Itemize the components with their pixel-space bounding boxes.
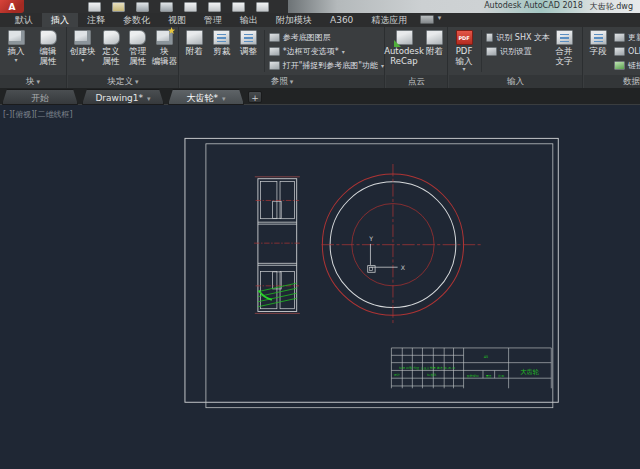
frames-vary-button[interactable]: *边框可变选项* — [267, 45, 384, 57]
autocad-app-logo-icon[interactable]: A — [0, 0, 24, 13]
title-bar: A Autodesk AutoCAD 2018 大齿轮.dwg — [0, 0, 640, 13]
update-fields-icon — [614, 33, 625, 42]
block-editor-button[interactable]: 块 编辑器 — [151, 27, 178, 75]
hatch-lines — [258, 283, 297, 307]
update-fields-button[interactable]: 更新字段 — [612, 31, 640, 43]
recognition-settings-button[interactable]: 识别设置 — [484, 45, 550, 57]
panel-label-block-definition[interactable]: 块定义 — [68, 75, 178, 88]
ribbon-tab-bar: 默认 插入 注释 参数化 视图 管理 输出 附加模块 A360 精选应用 — [0, 13, 640, 27]
file-tab-drawing1[interactable]: Drawing1*▾ — [82, 89, 164, 105]
panel-label-block[interactable]: 块 — [0, 75, 66, 88]
ribbon-tab-annotate[interactable]: 注释 — [78, 13, 114, 27]
qat-new-icon[interactable] — [88, 2, 101, 12]
data-link-icon — [614, 61, 625, 70]
insert-block-button[interactable]: 插入 — [0, 27, 32, 75]
qat-dropdown-icon[interactable] — [256, 2, 269, 12]
attach-point-cloud-button[interactable]: 附着 — [422, 27, 447, 75]
autodesk-recap-button[interactable]: Autodesk ReCap — [386, 27, 422, 75]
ribbon-tab-manage[interactable]: 管理 — [195, 13, 231, 27]
ribbon: 插入 编辑 属性 块 创建块 定义 属性 — [0, 27, 640, 88]
panel-block-definition: 创建块 定义 属性 管理 属性 块 编辑器 块定义 — [68, 27, 179, 88]
section-centerlines — [254, 200, 301, 285]
edit-attribute-button[interactable]: 编辑 属性 — [32, 27, 64, 75]
panel-label-point-cloud[interactable]: 点云 — [386, 75, 447, 88]
titleblock-part-name: 大齿轮 — [520, 368, 539, 376]
create-block-button[interactable]: 创建块 — [68, 27, 98, 75]
qat-redo-icon[interactable] — [232, 2, 245, 12]
gear-section-view[interactable] — [254, 177, 301, 314]
file-tab-gear[interactable]: 大齿轮*▾ — [168, 89, 244, 105]
app-title-text: Autodesk AutoCAD 2018 — [484, 1, 583, 12]
titleblock-scale-label: 比例 — [498, 374, 504, 378]
qat-undo-icon[interactable] — [208, 2, 221, 12]
panel-label-data[interactable]: 数据 — [584, 75, 640, 88]
define-attributes-icon — [103, 30, 120, 45]
insert-block-icon — [8, 30, 25, 45]
manage-attributes-icon — [129, 30, 146, 45]
ribbon-tab-default[interactable]: 默认 — [6, 13, 42, 27]
drawing-frame — [185, 138, 558, 407]
attach-point-cloud-icon — [426, 30, 443, 45]
ucs-y-label: Y — [368, 235, 373, 242]
snap-to-underlays-button[interactable]: 打开"捕捉到参考底图"功能 — [267, 59, 384, 71]
tab-dropdown-icon[interactable]: ▾ — [147, 95, 151, 103]
adjust-button[interactable]: 调整 — [235, 27, 262, 75]
attach-button[interactable]: 附着 — [180, 27, 209, 75]
titleblock-material: 45 — [484, 355, 488, 359]
panel-block: 插入 编辑 属性 块 — [0, 27, 67, 88]
ole-button[interactable]: OLE — [612, 45, 640, 57]
titleblock-design-label: 设计 — [394, 373, 401, 377]
qat-open-icon[interactable] — [112, 2, 125, 12]
combine-text-icon — [556, 30, 573, 45]
qat-plot-icon[interactable] — [184, 2, 197, 12]
qat-saveas-icon[interactable] — [160, 2, 173, 12]
panel-reference: 附着 剪裁 调整 参考底图图层 — [180, 27, 385, 88]
combine-text-button[interactable]: 合并 文字 — [550, 27, 578, 75]
ribbon-tab-output[interactable]: 输出 — [231, 13, 267, 27]
tab-dropdown-icon[interactable]: ▾ — [222, 95, 226, 103]
file-tab-bar: 开始 Drawing1*▾ 大齿轮*▾ + — [0, 88, 640, 105]
workspace-swatch-icon[interactable] — [420, 15, 434, 24]
ucs-icon: Y X — [368, 235, 406, 272]
autodesk-recap-icon — [396, 30, 413, 45]
panel-label-import[interactable]: 输入 — [449, 75, 582, 88]
autocad-window: A Autodesk AutoCAD 2018 大齿轮.dwg 默认 插入 注释… — [0, 0, 640, 469]
field-button[interactable]: 字段 — [584, 27, 612, 75]
panel-data: 字段 更新字段 OLE 链接 数据 — [584, 27, 640, 88]
ribbon-tab-parametric[interactable]: 参数化 — [114, 13, 159, 27]
clip-button[interactable]: 剪裁 — [209, 27, 236, 75]
create-block-icon — [74, 30, 91, 45]
panel-point-cloud: Autodesk ReCap 附着 点云 — [386, 27, 448, 88]
titleblock-weight-label: 重量 — [486, 374, 492, 378]
ribbon-tab-view[interactable]: 视图 — [159, 13, 195, 27]
adjust-icon — [240, 30, 257, 45]
file-name-text: 大齿轮.dwg — [590, 1, 633, 12]
pdf-import-button[interactable]: PDF PDF 输入 — [449, 27, 479, 75]
titleblock-stage-label: 阶段标记 — [467, 374, 479, 378]
model-space-drawing: Y X — [0, 105, 640, 469]
qat-save-icon[interactable] — [136, 2, 149, 12]
title-block[interactable]: 标记 处数 分区 更改文件号 签名 年.月.日 设计 标准化 45 阶段标记 重… — [391, 348, 551, 388]
drawing-canvas[interactable]: [-][俯视][二维线框] — [0, 105, 640, 469]
ribbon-tab-addins[interactable]: 附加模块 — [267, 13, 321, 27]
gear-front-view[interactable] — [322, 164, 482, 325]
file-tab-start[interactable]: 开始 — [2, 89, 78, 105]
new-drawing-tab-button[interactable]: + — [248, 91, 262, 103]
pdf-import-icon: PDF — [456, 30, 473, 45]
ribbon-tab-insert[interactable]: 插入 — [42, 13, 78, 27]
center-crosshair — [322, 164, 482, 325]
data-link-button[interactable]: 链接 — [612, 59, 640, 71]
frames-vary-icon — [269, 47, 280, 56]
panel-label-reference[interactable]: 参照 — [180, 75, 384, 88]
ucs-x-label: X — [401, 264, 406, 271]
panel-separator — [481, 30, 482, 72]
panel-separator — [264, 30, 265, 72]
underlay-layers-button[interactable]: 参考底图图层 — [267, 31, 384, 43]
define-attributes-button[interactable]: 定义 属性 — [98, 27, 125, 75]
ribbon-tab-featured-apps[interactable]: 精选应用 — [362, 13, 416, 27]
ribbon-tab-a360[interactable]: A360 — [321, 13, 362, 27]
manage-attributes-button[interactable]: 管理 属性 — [124, 27, 151, 75]
recognize-shx-text-button[interactable]: 识别 SHX 文本 — [484, 31, 550, 43]
viewport-controls-label[interactable]: [-][俯视][二维线框] — [3, 109, 73, 120]
recognition-settings-icon — [486, 47, 497, 56]
